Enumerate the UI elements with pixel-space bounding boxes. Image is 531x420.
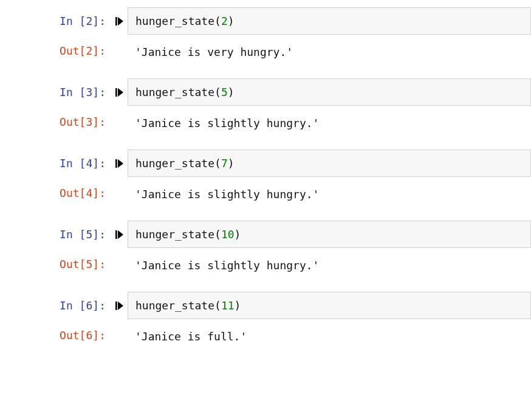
svg-marker-3: [118, 88, 123, 97]
notebook-cell: In [3]:hunger_state(5)Out[3]:'Janice is …: [0, 78, 531, 135]
out-suffix: ]:: [92, 187, 106, 199]
in-suffix: ]:: [92, 299, 106, 312]
token-open-paren: (: [214, 15, 221, 27]
token-close-paren: ): [228, 157, 235, 170]
output-text: 'Janice is full.': [135, 330, 247, 343]
exec-count: 3: [86, 115, 92, 128]
out-suffix: ]:: [92, 44, 106, 57]
cell-output: 'Janice is slightly hungry.': [128, 181, 531, 205]
output-text: 'Janice is very hungry.': [135, 46, 293, 58]
exec-count: 2: [86, 15, 92, 27]
input-prompt: In [4]:: [0, 157, 114, 170]
out-prefix: Out[: [60, 258, 86, 270]
in-suffix: ]:: [92, 157, 106, 170]
output-row: Out[4]:'Janice is slightly hungry.': [0, 179, 531, 206]
svg-marker-5: [118, 159, 123, 168]
token-close-paren: ): [235, 228, 241, 241]
code-input[interactable]: hunger_state(7): [128, 150, 531, 177]
svg-rect-0: [115, 17, 117, 26]
token-number-literal: 2: [221, 15, 228, 27]
exec-count: 6: [86, 329, 92, 342]
token-open-paren: (: [214, 299, 221, 312]
code-input[interactable]: hunger_state(10): [128, 221, 531, 248]
notebook-cell: In [5]:hunger_state(10)Out[5]:'Janice is…: [0, 221, 531, 277]
input-row: In [4]:hunger_state(7): [0, 150, 531, 177]
in-prefix: In [: [60, 157, 86, 170]
input-row: In [2]:hunger_state(2): [0, 7, 531, 35]
out-prefix: Out[: [60, 187, 86, 199]
output-text: 'Janice is slightly hungry.': [135, 259, 319, 272]
code-input[interactable]: hunger_state(11): [128, 292, 531, 319]
notebook-cell: In [4]:hunger_state(7)Out[4]:'Janice is …: [0, 150, 531, 206]
notebook-cell: In [6]:hunger_state(11)Out[6]:'Janice is…: [0, 292, 531, 348]
in-suffix: ]:: [92, 15, 106, 27]
token-number-literal: 11: [221, 299, 235, 312]
cell-output: 'Janice is full.': [128, 323, 531, 347]
out-suffix: ]:: [92, 258, 106, 270]
token-function-name: hunger_state: [135, 299, 214, 312]
output-prompt: Out[2]:: [0, 44, 114, 57]
output-row: Out[5]:'Janice is slightly hungry.': [0, 250, 531, 277]
exec-count: 3: [86, 86, 92, 98]
token-close-paren: ): [228, 86, 235, 98]
token-open-paren: (: [214, 228, 221, 241]
cell-output: 'Janice is slightly hungry.': [128, 110, 531, 134]
input-prompt: In [6]:: [0, 299, 114, 312]
token-number-literal: 10: [221, 228, 235, 241]
out-prefix: Out[: [60, 44, 86, 57]
output-prompt: Out[5]:: [0, 258, 114, 270]
output-row: Out[6]:'Janice is full.': [0, 322, 531, 348]
svg-rect-6: [115, 230, 117, 239]
output-text: 'Janice is slightly hungry.': [135, 188, 319, 201]
exec-count: 4: [86, 187, 92, 199]
in-prefix: In [: [60, 15, 86, 27]
code-input[interactable]: hunger_state(5): [128, 78, 531, 106]
token-number-literal: 5: [221, 86, 228, 98]
run-cell-icon[interactable]: [114, 230, 128, 239]
exec-count: 5: [86, 228, 92, 241]
input-row: In [3]:hunger_state(5): [0, 78, 531, 106]
input-prompt: In [2]:: [0, 15, 114, 27]
notebook-cell: In [2]:hunger_state(2)Out[2]:'Janice is …: [0, 7, 531, 64]
token-open-paren: (: [214, 86, 221, 98]
in-prefix: In [: [60, 299, 86, 312]
token-function-name: hunger_state: [135, 86, 214, 98]
output-prompt: Out[4]:: [0, 187, 114, 199]
token-function-name: hunger_state: [135, 157, 214, 170]
token-open-paren: (: [214, 157, 221, 170]
exec-count: 6: [86, 299, 92, 312]
input-row: In [5]:hunger_state(10): [0, 221, 531, 248]
exec-count: 2: [86, 44, 92, 57]
cell-output: 'Janice is slightly hungry.': [128, 252, 531, 276]
out-suffix: ]:: [92, 329, 106, 342]
token-function-name: hunger_state: [135, 228, 214, 241]
exec-count: 4: [86, 157, 92, 170]
svg-marker-7: [118, 230, 123, 239]
output-prompt: Out[6]:: [0, 329, 114, 342]
code-input[interactable]: hunger_state(2): [128, 7, 531, 35]
run-cell-icon[interactable]: [114, 301, 128, 311]
svg-rect-4: [115, 159, 117, 168]
token-number-literal: 7: [221, 157, 228, 170]
cell-output: 'Janice is very hungry.': [128, 39, 531, 63]
input-prompt: In [3]:: [0, 86, 114, 98]
svg-rect-2: [115, 88, 117, 97]
output-row: Out[3]:'Janice is slightly hungry.': [0, 108, 531, 135]
in-suffix: ]:: [92, 228, 106, 241]
out-suffix: ]:: [92, 115, 106, 128]
output-text: 'Janice is slightly hungry.': [135, 117, 319, 129]
input-row: In [6]:hunger_state(11): [0, 292, 531, 319]
run-cell-icon[interactable]: [114, 88, 128, 97]
input-prompt: In [5]:: [0, 228, 114, 241]
svg-marker-9: [118, 301, 123, 310]
run-cell-icon[interactable]: [114, 16, 128, 26]
in-prefix: In [: [60, 228, 86, 241]
svg-rect-8: [115, 301, 117, 310]
run-cell-icon[interactable]: [114, 159, 128, 168]
token-function-name: hunger_state: [135, 15, 214, 27]
out-prefix: Out[: [60, 115, 86, 128]
svg-marker-1: [118, 17, 123, 26]
output-prompt: Out[3]:: [0, 115, 114, 128]
exec-count: 5: [86, 258, 92, 270]
token-close-paren: ): [235, 299, 241, 312]
